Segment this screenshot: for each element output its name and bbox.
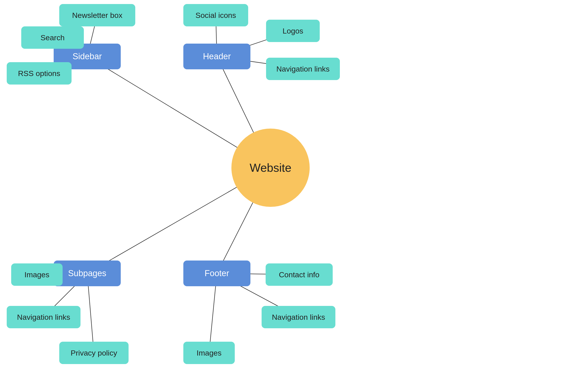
navlinks-sub-label: Navigation links (17, 313, 70, 322)
header-node: Header (183, 44, 250, 69)
navlinks-sub-node: Navigation links (7, 306, 80, 328)
rss-label: RSS options (18, 69, 60, 78)
navlinks-footer-node: Navigation links (262, 306, 335, 328)
rss-node: RSS options (7, 62, 71, 84)
header-label: Header (203, 52, 231, 61)
contact-label: Contact info (279, 270, 319, 279)
social-label: Social icons (195, 11, 236, 20)
images-footer-node: Images (183, 342, 235, 364)
search-node: Search (21, 26, 84, 49)
images-footer-label: Images (196, 348, 222, 357)
footer-node: Footer (183, 260, 250, 286)
images-sub-node: Images (11, 264, 63, 286)
newsletter-label: Newsletter box (72, 11, 122, 20)
center-node: Website (231, 128, 310, 207)
navlinks-footer-label: Navigation links (272, 313, 325, 322)
subpages-label: Subpages (68, 268, 106, 278)
newsletter-node: Newsletter box (59, 4, 135, 26)
navlinks-header-label: Navigation links (276, 65, 330, 73)
subpages-node: Subpages (54, 260, 121, 286)
center-label: Website (250, 161, 292, 174)
mind-map-diagram: Website Sidebar Header Subpages Footer S… (0, 0, 584, 392)
images-sub-label: Images (24, 270, 49, 279)
privacy-label: Privacy policy (71, 348, 117, 357)
privacy-node: Privacy policy (59, 342, 128, 364)
search-label: Search (40, 33, 65, 42)
logos-label: Logos (283, 26, 303, 35)
sidebar-label: Sidebar (73, 52, 102, 61)
navlinks-header-node: Navigation links (266, 58, 340, 80)
social-node: Social icons (183, 4, 248, 26)
contact-node: Contact info (266, 264, 333, 286)
footer-label: Footer (205, 268, 229, 278)
logos-node: Logos (266, 20, 320, 42)
